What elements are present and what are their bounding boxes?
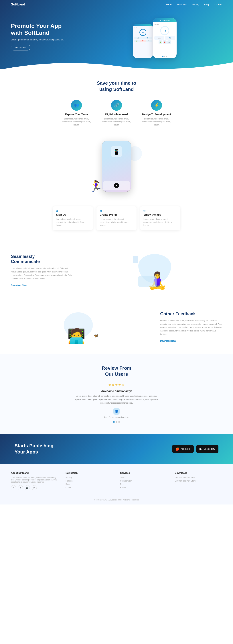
features-row: 👥 Explore Your Team Lorem ipsum dolor si… bbox=[11, 100, 222, 126]
step-title-0: Sign Up bbox=[56, 213, 90, 216]
step-desc-1: Lorem ipsum dolor sit amet, consectetur … bbox=[100, 218, 133, 227]
hero-section: Promote Your App with SoftLand Lorem ips… bbox=[0, 0, 233, 69]
phone-icon-heart: ❤️ bbox=[163, 40, 166, 44]
footer-nav-pricing[interactable]: Pricing bbox=[66, 476, 113, 479]
feature-desc-2: Lorem ipsum dolor sit amet, consectetur … bbox=[140, 117, 173, 126]
feature-icon-whiteboard: 🔗 bbox=[111, 100, 122, 111]
demo-phone: 📱 ▶ bbox=[102, 141, 131, 192]
feature-card-2: ⚡ Design To Development Lorem ipsum dolo… bbox=[140, 100, 173, 126]
feature-desc-1: Lorem ipsum dolor sit amet, consectetur … bbox=[100, 117, 133, 126]
team-icon: 👥 bbox=[74, 103, 79, 108]
reviews-section: Review From Our Users ★★★★☆ Awesome func… bbox=[0, 354, 233, 434]
nav-logo[interactable]: SoftLand bbox=[11, 2, 25, 6]
phone-app-title: MY FITNESS App bbox=[155, 20, 175, 21]
review-dot-0[interactable] bbox=[113, 421, 115, 423]
seamlessly-text: Seamlessly Communicate Lorem ipsum dolor… bbox=[11, 254, 73, 287]
feature-card-0: 👥 Explore Your Team Lorem ipsum dolor si… bbox=[60, 100, 93, 126]
gather-section: 🧑‍💻 🦋 Gather Feedback Lorem ipsum dolor … bbox=[0, 300, 233, 354]
review-dots bbox=[11, 421, 222, 423]
step-num-1: 02 bbox=[100, 210, 133, 212]
google-play-button[interactable]: ▶ Google play bbox=[196, 445, 218, 453]
nav-home[interactable]: Home bbox=[166, 3, 172, 6]
step-desc-0: Lorem ipsum dolor sit amet, consectetur … bbox=[56, 218, 90, 227]
dev-icon: ⚡ bbox=[154, 103, 159, 108]
review-stars: ★★★★☆ bbox=[11, 383, 222, 387]
steps-row: 01 Sign Up Lorem ipsum dolor sit amet, c… bbox=[11, 206, 222, 230]
phone-icon-row: 🍏 ❤️ ⏱ bbox=[154, 40, 175, 44]
feature-title-0: Explore Your Team bbox=[60, 113, 93, 116]
play-button[interactable]: ▶ bbox=[114, 183, 119, 188]
feature-icon-team: 👥 bbox=[71, 100, 82, 111]
gather-download-link[interactable]: Download Now bbox=[160, 340, 176, 342]
phone-stat-fuel: 330 Fuel bbox=[165, 36, 175, 40]
phone-back-title: MY FITNESS APP bbox=[139, 24, 146, 26]
footer-columns: About SoftLand Lorem ipsum dolor sit ame… bbox=[11, 472, 222, 490]
seamlessly-section: Seamlessly Communicate Lorem ipsum dolor… bbox=[0, 241, 233, 300]
phone-back: MY FITNESS APP Your Goal 75 91 Steps 330… bbox=[133, 24, 153, 58]
nav-features[interactable]: Features bbox=[177, 3, 186, 6]
feature-title-1: Digital Whiteboard bbox=[100, 113, 133, 116]
phone-goal-label: Your Goal bbox=[154, 24, 159, 25]
footer-service-team[interactable]: Team bbox=[120, 476, 168, 479]
review-dot-1[interactable] bbox=[116, 421, 117, 423]
footer-nav-features[interactable]: Features bbox=[66, 480, 113, 482]
phone-body: Your Goal 75 91 Steps 330 Fuel 🍏 bbox=[153, 22, 176, 56]
review-dot-2[interactable] bbox=[118, 421, 120, 423]
app-store-button[interactable]: 🍎 App Store bbox=[172, 445, 194, 453]
nav-links: Home Features Pricing Blog Contact bbox=[166, 3, 222, 6]
seamlessly-illustration: 🧘‍♀️ bbox=[131, 252, 171, 289]
plant-illus bbox=[133, 256, 138, 263]
app-store-label: App Store bbox=[181, 448, 190, 450]
step-card-0: 01 Sign Up Lorem ipsum dolor sit amet, c… bbox=[53, 206, 93, 230]
cta-buttons: 🍎 App Store ▶ Google play bbox=[172, 445, 218, 453]
phone-goal-circle: 75 bbox=[160, 26, 169, 35]
review-title: Awesome functionality! bbox=[11, 390, 222, 392]
play-icon: ▶ bbox=[200, 447, 202, 451]
seamlessly-heading: Seamlessly Communicate bbox=[11, 254, 73, 264]
cta-text: Starts Publishing Your Apps bbox=[14, 443, 54, 455]
footer-copyright: Copyright © 2021. Awesome name All Right… bbox=[11, 496, 222, 501]
copyright-text: Copyright © 2021. Awesome name All Right… bbox=[94, 499, 139, 501]
phone-main: MY FITNESS App Your Goal 75 91 Steps 330 bbox=[153, 18, 176, 58]
seamlessly-download-link[interactable]: Download Now bbox=[11, 284, 26, 287]
instagram-icon[interactable]: 📷 bbox=[25, 485, 30, 490]
reviewer-avatar: 👤 bbox=[113, 408, 120, 415]
google-play-label: Google play bbox=[204, 448, 215, 450]
seamlessly-image: 🧘‍♀️ bbox=[80, 252, 222, 289]
nav-pricing[interactable]: Pricing bbox=[192, 3, 199, 6]
gather-heading: Gather Feedback bbox=[160, 311, 222, 316]
feature-card-1: 🔗 Digital Whiteboard Lorem ipsum dolor s… bbox=[100, 100, 133, 126]
seamlessly-desc: Lorem ipsum dolor sit amet, consectetur … bbox=[11, 267, 73, 280]
footer-service-collab[interactable]: Collaboration bbox=[120, 480, 168, 482]
footer-nav-title: Navigation bbox=[66, 472, 113, 474]
nav-blog[interactable]: Blog bbox=[204, 3, 209, 6]
twitter-icon[interactable]: 𝕏 bbox=[11, 485, 16, 490]
demo-play-bar: ▶ bbox=[104, 181, 130, 190]
footer-social: 𝕏 f 📷 in bbox=[11, 485, 58, 490]
facebook-icon[interactable]: f bbox=[18, 485, 23, 490]
footer-nav-contact[interactable]: Contact bbox=[66, 486, 113, 488]
gather-illustration: 🧑‍💻 🦋 bbox=[64, 310, 100, 343]
hero-cta-button[interactable]: Get Started bbox=[11, 44, 30, 50]
linkedin-icon[interactable]: in bbox=[32, 485, 37, 490]
demo-figure: 🏃‍♀️ bbox=[89, 181, 103, 192]
step-card-2: 03 Enjoy the app Lorem ipsum dolor sit a… bbox=[140, 206, 180, 230]
step-title-2: Enjoy the app bbox=[144, 213, 177, 216]
footer-downloads-title: Downloads bbox=[175, 472, 222, 474]
step-num-2: 03 bbox=[144, 210, 177, 212]
footer-playstore-link[interactable]: Get from the Play Store bbox=[175, 480, 222, 482]
footer-services-title: Services bbox=[120, 472, 168, 474]
butterfly-icon: 🦋 bbox=[94, 334, 98, 338]
footer-service-events[interactable]: Events bbox=[120, 486, 168, 488]
hero-heading: Promote Your App with SoftLand bbox=[11, 22, 84, 36]
nav-contact[interactable]: Contact bbox=[214, 3, 222, 6]
step-card-1: 02 Create Profile Lorem ipsum dolor sit … bbox=[96, 206, 136, 230]
reviewer-name: Jean Thornberg — App User bbox=[11, 416, 222, 418]
footer-nav-blog[interactable]: Blog bbox=[66, 483, 113, 485]
footer-service-blog[interactable]: Blog bbox=[120, 483, 168, 485]
footer-about-text: Lorem ipsum dolor sit amet, consectetur … bbox=[11, 476, 58, 483]
footer-nav: Navigation Pricing Features Blog Contact bbox=[66, 472, 113, 490]
footer-appstore-link[interactable]: Get from the App Store bbox=[175, 476, 222, 479]
apple-icon: 🍎 bbox=[175, 447, 179, 451]
review-text: Lorem ipsum dolor sit amet, consectetur … bbox=[73, 394, 160, 404]
